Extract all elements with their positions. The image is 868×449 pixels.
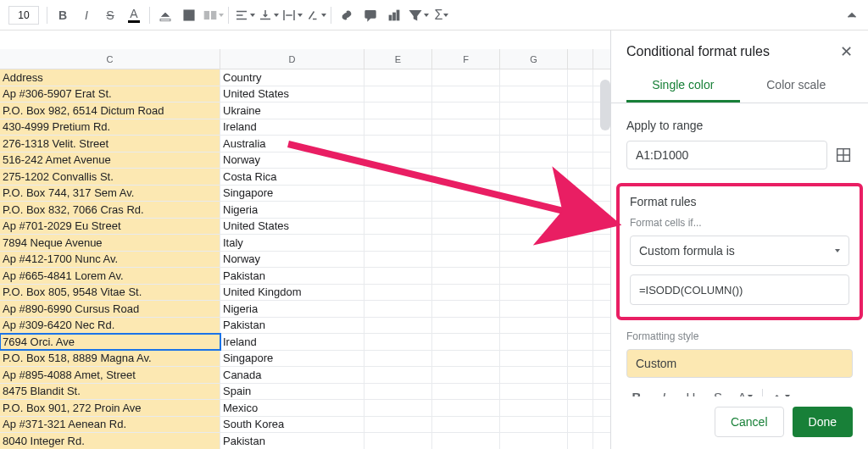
font-size-input[interactable]: 10 (8, 6, 39, 25)
table-row[interactable]: P.O. Box 832, 7066 Cras Rd.Nigeria (0, 202, 610, 219)
cell[interactable]: 8475 Blandit St. (0, 384, 220, 400)
cell[interactable] (364, 318, 432, 334)
cell[interactable] (432, 136, 500, 152)
cell[interactable] (568, 400, 593, 416)
cell[interactable]: Ap #895-4088 Amet, Street (0, 367, 220, 383)
table-row[interactable]: P.O. Box 744, 317 Sem Av.Singapore (0, 186, 610, 202)
tab-single-color[interactable]: Single color (626, 69, 740, 103)
cell[interactable] (432, 69, 500, 86)
condition-dropdown[interactable]: Custom formula is (630, 236, 849, 266)
cell[interactable]: P.O. Box 805, 9548 Vitae St. (0, 285, 220, 301)
cell[interactable] (364, 268, 432, 284)
cell[interactable] (500, 136, 568, 152)
cell[interactable] (432, 103, 500, 119)
cell[interactable] (568, 235, 593, 251)
table-row[interactable]: 275-1202 Convallis St.Costa Rica (0, 169, 610, 186)
table-row[interactable]: Ap #306-5907 Erat St.United States (0, 86, 610, 103)
cell[interactable] (500, 417, 568, 433)
cell[interactable] (568, 285, 593, 301)
table-row[interactable]: 7694 Orci. AveIreland (0, 334, 610, 351)
vertical-align-button[interactable] (257, 4, 279, 26)
cell[interactable]: Canada (220, 367, 364, 383)
table-row[interactable]: 276-1318 Velit. StreetAustralia (0, 136, 610, 152)
cell[interactable] (568, 219, 593, 235)
cell[interactable] (568, 301, 593, 317)
style-italic-button[interactable]: I (654, 386, 674, 396)
table-row[interactable]: 7894 Neque AvenueItaly (0, 235, 610, 252)
cell[interactable] (364, 334, 432, 350)
cell[interactable] (568, 119, 593, 136)
cell[interactable] (432, 235, 500, 251)
cell[interactable] (500, 384, 568, 400)
cell[interactable]: Ap #412-1700 Nunc Av. (0, 252, 220, 268)
cell[interactable] (364, 219, 432, 235)
cell[interactable] (568, 433, 593, 449)
style-underline-button[interactable]: U (681, 386, 701, 396)
cell[interactable]: P.O. Box 901, 272 Proin Ave (0, 400, 220, 416)
cell[interactable]: Nigeria (220, 202, 364, 218)
borders-button[interactable] (178, 4, 200, 26)
cell[interactable]: Ireland (220, 334, 364, 350)
cell[interactable]: 7894 Neque Avenue (0, 235, 220, 251)
cell[interactable] (500, 301, 568, 317)
cell[interactable] (432, 152, 500, 169)
cell[interactable] (500, 285, 568, 301)
cell[interactable]: Norway (220, 152, 364, 169)
table-row[interactable]: P.O. Box 518, 8889 Magna Av.Singapore (0, 351, 610, 368)
cell[interactable] (500, 202, 568, 218)
merge-cells-button[interactable] (202, 4, 224, 26)
cell[interactable] (500, 318, 568, 334)
cell[interactable] (568, 69, 593, 86)
col-header[interactable] (568, 49, 593, 69)
col-header[interactable]: D (220, 49, 364, 69)
cell[interactable] (432, 202, 500, 218)
cell[interactable]: South Korea (220, 417, 364, 433)
cell[interactable]: Country (220, 69, 364, 86)
cell[interactable] (364, 433, 432, 449)
cell[interactable] (364, 235, 432, 251)
table-row[interactable]: 8040 Integer Rd.Pakistan (0, 433, 610, 449)
cell[interactable]: Mexico (220, 400, 364, 416)
cell[interactable]: Italy (220, 235, 364, 251)
cell[interactable] (500, 367, 568, 383)
cell[interactable]: Ap #371-321 Aenean Rd. (0, 417, 220, 433)
cell[interactable] (568, 86, 593, 103)
table-row[interactable]: P.O. Box 901, 272 Proin AveMexico (0, 400, 610, 417)
cell[interactable] (364, 119, 432, 136)
formula-input[interactable]: =ISODD(COLUMN()) (630, 274, 849, 305)
cell[interactable] (432, 119, 500, 136)
style-strike-button[interactable]: S (708, 386, 728, 396)
cell[interactable] (500, 268, 568, 284)
table-row[interactable]: Ap #890-6990 Cursus RoadNigeria (0, 301, 610, 318)
cell[interactable] (500, 152, 568, 169)
select-range-icon[interactable] (834, 146, 853, 164)
cancel-button[interactable]: Cancel (715, 407, 784, 437)
cell[interactable]: Ap #665-4841 Lorem Av. (0, 268, 220, 284)
cell[interactable] (364, 152, 432, 169)
cell[interactable] (568, 384, 593, 400)
cell[interactable] (364, 285, 432, 301)
tab-color-scale[interactable]: Color scale (740, 69, 854, 103)
cell[interactable] (500, 400, 568, 416)
cell[interactable] (432, 219, 500, 235)
cell[interactable] (432, 400, 500, 416)
cell[interactable] (500, 103, 568, 119)
cell[interactable] (568, 351, 593, 367)
cell[interactable] (364, 186, 432, 202)
cell[interactable]: P.O. Box 982, 6514 Dictum Road (0, 103, 220, 119)
cell[interactable]: Address (0, 69, 220, 86)
cell[interactable]: Nigeria (220, 301, 364, 317)
cell[interactable]: Costa Rica (220, 169, 364, 185)
cell[interactable] (568, 152, 593, 169)
cell[interactable] (568, 136, 593, 152)
cell[interactable] (568, 252, 593, 268)
cell[interactable] (500, 351, 568, 367)
text-wrap-button[interactable] (281, 4, 303, 26)
cell[interactable] (568, 268, 593, 284)
cell[interactable] (364, 169, 432, 185)
cell[interactable] (432, 417, 500, 433)
cell[interactable] (568, 318, 593, 334)
insert-comment-button[interactable] (359, 4, 381, 26)
cell[interactable] (364, 103, 432, 119)
table-row[interactable]: Ap #895-4088 Amet, StreetCanada (0, 367, 610, 384)
